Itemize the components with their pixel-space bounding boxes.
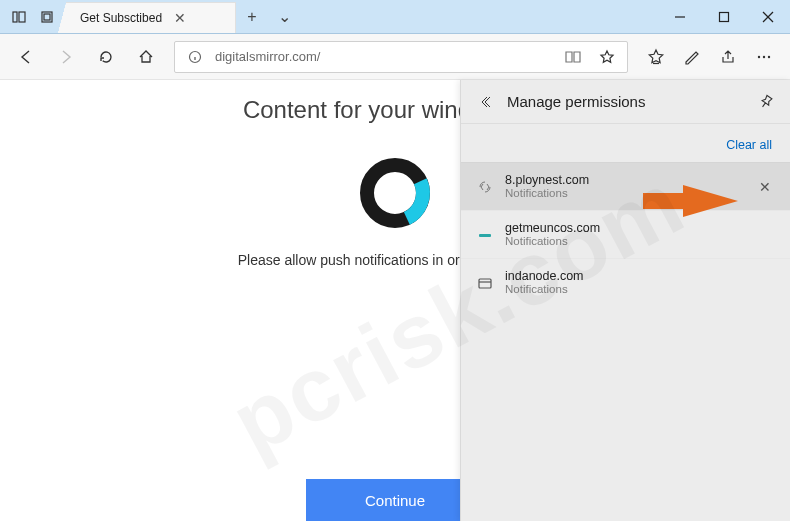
- titlebar: Get Subsctibed ✕ + ⌄: [0, 0, 790, 34]
- window-controls: [658, 0, 790, 33]
- home-button[interactable]: [128, 39, 164, 75]
- continue-button[interactable]: Continue: [306, 479, 484, 521]
- tabs-menu-button[interactable]: ⌄: [268, 0, 300, 34]
- clear-all-link[interactable]: Clear all: [461, 124, 790, 162]
- svg-rect-16: [479, 279, 491, 288]
- site-domain: indanode.com: [505, 269, 776, 283]
- shell-task-icons: [0, 0, 66, 33]
- site-text: indanode.comNotifications: [505, 269, 776, 297]
- back-button[interactable]: [8, 39, 44, 75]
- site-list: 8.ploynest.comNotifications✕getmeuncos.c…: [461, 162, 790, 521]
- maximize-icon[interactable]: [702, 0, 746, 34]
- tab-title: Get Subsctibed: [80, 11, 162, 25]
- panel-title: Manage permissions: [507, 93, 744, 110]
- site-domain: 8.ploynest.com: [505, 173, 744, 187]
- pin-icon[interactable]: [754, 90, 778, 114]
- favorite-icon[interactable]: [593, 43, 621, 71]
- browser-toolbar: [0, 34, 790, 80]
- svg-rect-3: [44, 14, 50, 20]
- loading-spinner-icon: [360, 158, 430, 228]
- permissions-panel: Manage permissions Clear all 8.ploynest.…: [460, 80, 790, 521]
- site-subtitle: Notifications: [505, 283, 776, 296]
- site-text: 8.ploynest.comNotifications: [505, 173, 744, 201]
- forward-button[interactable]: [48, 39, 84, 75]
- svg-rect-1: [19, 12, 25, 22]
- site-row[interactable]: indanode.comNotifications: [461, 258, 790, 306]
- settings-menu-button[interactable]: [746, 39, 782, 75]
- site-subtitle: Notifications: [505, 235, 776, 248]
- site-favicon-icon: [475, 225, 495, 245]
- site-row[interactable]: 8.ploynest.comNotifications✕: [461, 162, 790, 210]
- site-favicon-icon: [475, 273, 495, 293]
- svg-rect-5: [720, 13, 729, 22]
- browser-tab[interactable]: Get Subsctibed ✕: [66, 2, 236, 33]
- svg-point-12: [758, 55, 760, 57]
- new-tab-button[interactable]: +: [236, 0, 268, 34]
- svg-point-13: [763, 55, 765, 57]
- refresh-button[interactable]: [88, 39, 124, 75]
- svg-point-14: [768, 55, 770, 57]
- tab-close-icon[interactable]: ✕: [172, 10, 188, 26]
- tab-aside-icon[interactable]: [8, 6, 30, 28]
- site-row[interactable]: getmeuncos.comNotifications: [461, 210, 790, 258]
- notes-button[interactable]: [674, 39, 710, 75]
- reading-view-icon[interactable]: [559, 43, 587, 71]
- site-favicon-icon: [475, 177, 495, 197]
- site-text: getmeuncos.comNotifications: [505, 221, 776, 249]
- panel-header: Manage permissions: [461, 80, 790, 124]
- svg-rect-15: [479, 234, 491, 237]
- panel-back-icon[interactable]: [473, 90, 497, 114]
- share-button[interactable]: [710, 39, 746, 75]
- url-input[interactable]: [215, 49, 553, 64]
- site-domain: getmeuncos.com: [505, 221, 776, 235]
- svg-rect-0: [13, 12, 17, 22]
- site-info-icon[interactable]: [181, 43, 209, 71]
- site-subtitle: Notifications: [505, 187, 744, 200]
- tab-actions: + ⌄: [236, 0, 300, 33]
- tabs-set-aside-icon[interactable]: [36, 6, 58, 28]
- minimize-icon[interactable]: [658, 0, 702, 34]
- close-icon[interactable]: [746, 0, 790, 34]
- favorites-button[interactable]: [638, 39, 674, 75]
- address-bar[interactable]: [174, 41, 628, 73]
- remove-site-icon[interactable]: ✕: [754, 176, 776, 198]
